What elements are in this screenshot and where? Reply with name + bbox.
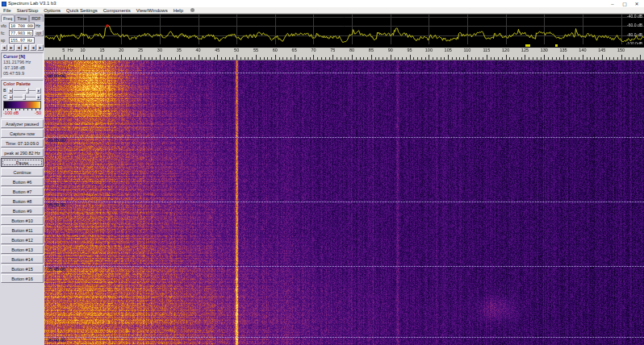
fc-input[interactable] [9,30,33,36]
custom-button-9[interactable]: Button #9 [1,206,44,215]
db-axis-label: -60.0 dB [627,23,642,27]
menu-bar: File Start/Stop Options Quick Settings C… [0,7,644,14]
cursor-info-box: Cursor [N] 131.21796 Hz -97.198 dB 05:47… [1,52,44,78]
menu-options[interactable]: Options [44,7,61,14]
custom-button-12[interactable]: Button #12 [1,235,44,244]
time-display-button[interactable]: Time: 07:10:09.0 [1,139,44,148]
freq-tick-label: 150 [617,48,625,52]
window-controls: – ▢ ✕ [607,0,642,7]
contrast-slider[interactable] [14,94,36,100]
menu-view-windows[interactable]: View/Windows [136,7,168,14]
time-gridline [44,137,644,138]
menu-components[interactable]: Components [103,7,131,14]
freq-tick-label: 25 [138,48,143,52]
frequency-ruler-ticks[interactable] [44,44,644,60]
freq-tick-label: 115 [483,48,490,52]
freq-tick-label: 70 [311,48,316,52]
db-axis-label: -80.0 dB [627,33,642,37]
spinner-left-icon[interactable]: ◄ [30,44,36,51]
spinner-right-icon[interactable]: ► [8,44,15,51]
vfo-input[interactable] [9,23,35,29]
spinner-left-icon[interactable]: ◄ [1,44,7,51]
close-button[interactable]: ✕ [631,0,642,7]
span-row: sp [1,36,44,44]
mode-tabs: Freq Time RDF [1,15,44,22]
custom-button-6[interactable]: Button #6 [1,177,44,186]
freq-tick-label: 60 [273,48,278,52]
tab-time[interactable]: Time [15,15,29,22]
custom-button-7[interactable]: Button #7 [1,187,44,196]
analyzer-status-button[interactable]: Analyzer paused [1,119,44,128]
fc-label: fc: [1,31,8,35]
time-gridline-label: 05:50:00 [48,202,65,207]
spectrum-display[interactable] [44,15,644,45]
palette-min-db: -100 dB [3,110,19,116]
menu-help[interactable]: Help [174,7,183,14]
palette-gradient [3,101,41,109]
peak-display-button[interactable]: peak at 290.82 Hz [1,148,44,157]
time-gridline-label: 05:55:00 [48,138,65,143]
app-icon [2,2,6,6]
frequency-unit-label: Hz [68,48,73,52]
palette-range: -100 dB -50 [3,110,41,116]
custom-button-10[interactable]: Button #10 [1,216,44,225]
freq-tick-label: 5 [62,48,65,52]
menu-start-stop[interactable]: Start/Stop [17,7,39,14]
continue-button[interactable]: Continue [1,168,44,177]
freq-tick-label: 90 [388,48,393,52]
brightness-decrease-icon[interactable]: ◄ [8,88,13,94]
custom-button-15[interactable]: Button #15 [1,264,44,273]
custom-button-13[interactable]: Button #13 [1,245,44,254]
contrast-slider-thumb[interactable] [23,94,26,100]
db-axis-label: -40.0 dB [627,15,642,19]
freq-tick-label: 110 [464,48,471,52]
spectrum-lab-window: Spectrum Lab V3.1 b3 – ▢ ✕ File Start/St… [0,0,644,345]
freq-tick-label: 135 [560,48,567,52]
tune-spinner-row: ◄ ► ◄ ► ◄ ► [1,44,44,51]
spinner-left-icon[interactable]: ◄ [15,44,22,51]
brightness-slider[interactable] [14,88,36,94]
analysis-area: -40.0 dB -60.0 dB -80.0 dB -100.0dB 5101… [44,14,644,345]
spectrum-graph: -40.0 dB -60.0 dB -80.0 dB -100.0dB [44,14,644,44]
time-gridline-label: 06:00:00 [48,73,65,78]
time-gridline-label: 05:45:00 [48,267,65,272]
span-label: sp [1,38,8,43]
cursor-box-title: Cursor [N] [3,54,41,60]
time-gridline [44,73,644,73]
vfo-label: vfo [1,23,8,28]
spinner-right-icon[interactable]: ► [37,44,44,51]
freq-tick-label: 130 [541,48,548,52]
custom-button-8[interactable]: Button #8 [1,197,44,206]
freq-tick-label: 15 [99,48,104,52]
brightness-increase-icon[interactable]: ► [36,88,41,94]
contrast-slider-row: C ◄ ► [3,94,41,100]
custom-button-16[interactable]: Button #16 [1,274,44,283]
contrast-label: C [3,94,7,99]
pause-button[interactable]: Pause [1,158,44,167]
spinner-right-icon[interactable]: ► [23,44,29,51]
center-freq-row: fc: opt [1,29,44,36]
freq-tick-label: 80 [349,48,354,52]
menu-file[interactable]: File [3,7,11,14]
waterfall-display[interactable] [44,60,644,345]
brightness-slider-row: B ◄ ► [3,87,41,94]
maximize-button[interactable]: ▢ [619,0,630,7]
time-gridline [44,266,644,267]
freq-tick-label: 55 [253,48,258,52]
menu-quick-settings[interactable]: Quick Settings [66,7,98,14]
tab-freq[interactable]: Freq [1,15,15,22]
tab-rdf[interactable]: RDF [29,15,43,22]
freq-tick-label: 50 [234,48,239,52]
contrast-increase-icon[interactable]: ► [36,94,41,100]
capture-now-button[interactable]: Capture now [1,129,44,138]
brightness-slider-thumb[interactable] [26,88,29,94]
freq-tick-label: 65 [292,48,297,52]
fc-options-button[interactable]: opt [34,30,44,36]
time-gridline [44,337,644,338]
custom-button-14[interactable]: Button #14 [1,255,44,264]
custom-button-11[interactable]: Button #11 [1,226,44,235]
span-input[interactable] [9,37,35,44]
control-sidebar: Freq Time RDF vfo Hz fc: opt sp ◄ [0,14,44,345]
contrast-decrease-icon[interactable]: ◄ [8,94,13,100]
minimize-button[interactable]: – [607,0,618,7]
